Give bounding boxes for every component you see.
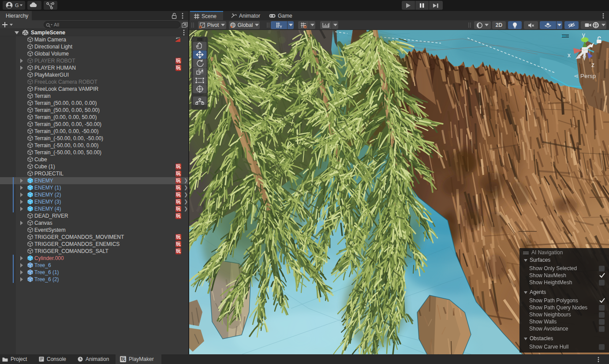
svg-text:G: G [15, 3, 19, 8]
svg-text:x: x [568, 52, 571, 59]
svg-text:⋖ Persp: ⋖ Persp [574, 73, 596, 79]
svg-text:z: z [591, 61, 594, 68]
